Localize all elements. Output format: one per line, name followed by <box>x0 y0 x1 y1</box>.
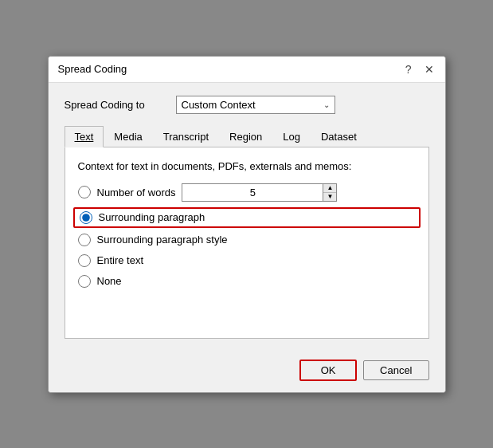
dropdown-text: Custom Context <box>182 99 256 111</box>
tab-dataset-label: Dataset <box>321 131 357 143</box>
radio-none[interactable]: None <box>78 275 416 288</box>
dialog-footer: OK Cancel <box>49 352 445 392</box>
num-words-value[interactable] <box>182 185 323 200</box>
panel-description: Context for text in documents, PDFs, ext… <box>78 160 416 172</box>
radio-entire-text-label: Entire text <box>97 254 144 266</box>
cancel-button[interactable]: Cancel <box>363 360 428 380</box>
radio-surrounding-paragraph-style-input[interactable] <box>78 234 91 246</box>
tab-media[interactable]: Media <box>104 126 152 147</box>
tab-transcript-label: Transcript <box>163 131 209 143</box>
spread-coding-dialog: Spread Coding ? ✕ Spread Coding to Custo… <box>48 56 446 393</box>
spread-to-label: Spread Coding to <box>65 99 176 111</box>
chevron-down-icon: ⌄ <box>323 100 330 109</box>
number-input-wrap: ▲ ▼ <box>182 183 337 202</box>
spread-to-dropdown[interactable]: Custom Context ⌄ <box>176 96 335 114</box>
radio-entire-text[interactable]: Entire text <box>78 254 416 267</box>
radio-entire-text-input[interactable] <box>78 254 91 267</box>
radio-group: Number of words ▲ ▼ Surrounding paragrap… <box>78 183 416 288</box>
tab-log-label: Log <box>283 131 300 143</box>
tab-log[interactable]: Log <box>272 126 311 147</box>
titlebar-controls: ? ✕ <box>404 63 436 76</box>
radio-surrounding-paragraph[interactable]: Surrounding paragraph <box>73 207 421 228</box>
radio-surrounding-paragraph-label: Surrounding paragraph <box>99 211 205 223</box>
spread-to-row: Spread Coding to Custom Context ⌄ <box>65 96 429 114</box>
tabs-bar: Text Media Transcript Region Log Dataset <box>65 125 429 147</box>
dialog-titlebar: Spread Coding ? ✕ <box>49 57 445 83</box>
tab-region[interactable]: Region <box>219 126 272 147</box>
spinner-buttons: ▲ ▼ <box>323 184 336 201</box>
radio-surrounding-paragraph-style-label: Surrounding paragraph style <box>97 234 228 246</box>
spinner-down-button[interactable]: ▼ <box>323 193 336 201</box>
tab-text[interactable]: Text <box>65 126 104 147</box>
tab-media-label: Media <box>114 131 142 143</box>
radio-num-words-label: Number of words <box>97 187 176 198</box>
help-button[interactable]: ? <box>404 63 413 76</box>
text-tab-panel: Context for text in documents, PDFs, ext… <box>65 147 429 339</box>
tab-region-label: Region <box>229 131 262 143</box>
dialog-content: Spread Coding to Custom Context ⌄ Text M… <box>49 83 445 352</box>
tab-text-label: Text <box>75 131 94 143</box>
spinner-up-button[interactable]: ▲ <box>323 184 336 193</box>
tab-dataset[interactable]: Dataset <box>311 126 367 147</box>
radio-surrounding-paragraph-input[interactable] <box>80 211 92 224</box>
radio-num-words-input[interactable] <box>78 186 91 198</box>
radio-surrounding-paragraph-style[interactable]: Surrounding paragraph style <box>78 234 416 246</box>
close-button[interactable]: ✕ <box>423 63 436 76</box>
tab-transcript[interactable]: Transcript <box>153 126 219 147</box>
dialog-title: Spread Coding <box>58 63 127 75</box>
radio-none-input[interactable] <box>78 275 91 288</box>
radio-num-words[interactable]: Number of words ▲ ▼ <box>78 183 416 202</box>
ok-button[interactable]: OK <box>299 360 357 381</box>
radio-none-label: None <box>97 275 122 287</box>
